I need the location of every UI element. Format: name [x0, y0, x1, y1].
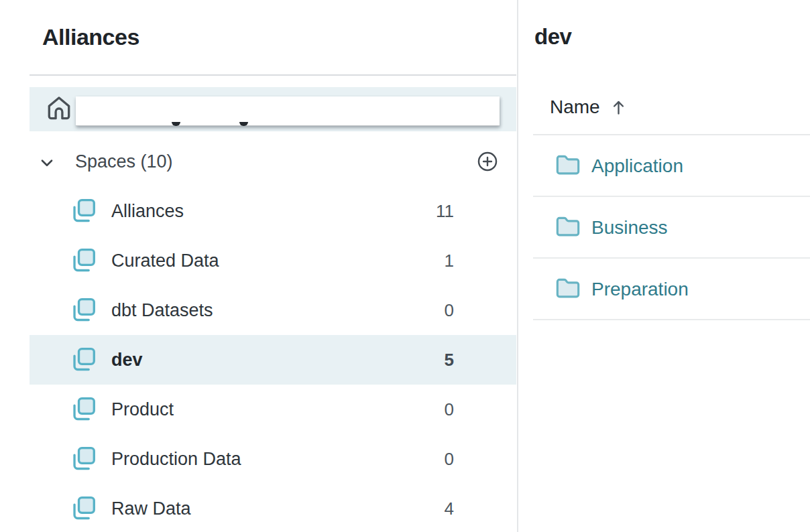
- space-icon: [69, 296, 97, 324]
- content-panel: dev Name Application Business: [518, 0, 810, 532]
- panel-title: dev: [534, 24, 571, 50]
- space-icon: [69, 247, 97, 275]
- space-name: Raw Data: [111, 498, 191, 519]
- folder-name-link[interactable]: Preparation: [591, 279, 689, 300]
- plus-circle-icon: [476, 150, 499, 173]
- folder-list: Application Business Preparation: [518, 134, 810, 320]
- space-icon: [69, 445, 97, 473]
- sidebar-space-row[interactable]: Raw Data 4: [30, 484, 516, 532]
- space-count: 0: [445, 399, 454, 420]
- sidebar-space-row[interactable]: Curated Data 1: [30, 236, 516, 285]
- folder-icon: [555, 214, 581, 240]
- name-column-header[interactable]: Name: [550, 95, 628, 119]
- spaces-section-header[interactable]: Spaces (10): [30, 149, 516, 176]
- sidebar: Alliances Spaces (10): [0, 0, 517, 532]
- space-icon: [69, 346, 97, 374]
- spaces-list: Alliances 11 Curated Data 1 dbt Datasets…: [30, 186, 516, 532]
- space-name: dbt Datasets: [111, 300, 213, 321]
- folder-icon: [555, 153, 581, 178]
- home-icon: [45, 94, 73, 124]
- space-name: Product: [111, 399, 174, 420]
- sidebar-header-divider: [30, 74, 516, 76]
- sidebar-space-row[interactable]: dbt Datasets 0: [30, 285, 516, 335]
- space-count: 4: [445, 498, 454, 519]
- sidebar-space-row[interactable]: Production Data 0: [30, 434, 516, 484]
- sidebar-space-row[interactable]: dev 5: [30, 335, 516, 385]
- folder-name-link[interactable]: Application: [591, 155, 683, 177]
- space-count: 5: [445, 350, 454, 371]
- space-icon: [69, 197, 97, 225]
- folder-icon: [555, 276, 581, 302]
- space-count: 1: [445, 251, 454, 271]
- folder-row[interactable]: Business: [518, 197, 810, 259]
- sidebar-space-row[interactable]: Product 0: [30, 385, 516, 434]
- space-name: Curated Data: [111, 251, 219, 271]
- space-count: 11: [436, 201, 454, 222]
- sidebar-space-row[interactable]: Alliances 11: [30, 186, 516, 236]
- spaces-header-label: Spaces (10): [75, 151, 173, 172]
- space-name: Alliances: [111, 201, 184, 222]
- app-root: Alliances Spaces (10): [0, 0, 810, 532]
- folder-row[interactable]: Application: [518, 135, 810, 197]
- folder-name-link[interactable]: Business: [591, 217, 668, 239]
- redaction-overlay: [76, 96, 500, 126]
- space-name: Production Data: [111, 449, 241, 470]
- sidebar-title: Alliances: [42, 24, 139, 50]
- sort-ascending-icon: [610, 98, 628, 117]
- name-header-label: Name: [550, 96, 600, 118]
- space-icon: [69, 494, 97, 523]
- space-count: 0: [445, 300, 454, 321]
- folder-row[interactable]: Preparation: [518, 259, 810, 320]
- space-icon: [69, 395, 97, 423]
- space-name: dev: [111, 350, 143, 371]
- home-row[interactable]: [30, 87, 516, 131]
- space-count: 0: [445, 449, 454, 470]
- chevron-down-icon[interactable]: [38, 154, 56, 172]
- add-space-button[interactable]: [476, 150, 499, 173]
